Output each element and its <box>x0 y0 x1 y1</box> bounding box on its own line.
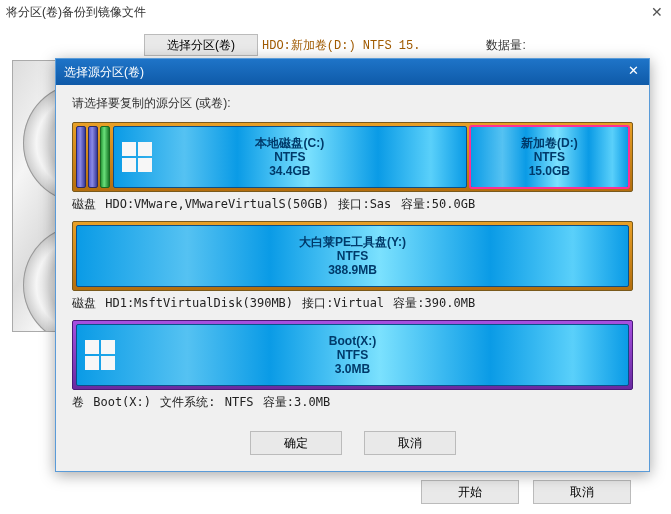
window-title: 将分区(卷)备份到镜像文件 <box>6 4 146 21</box>
ok-button[interactable]: 确定 <box>250 431 342 455</box>
partition-size: 388.9MB <box>328 263 377 277</box>
dialog-cancel-button[interactable]: 取消 <box>364 431 456 455</box>
partition-x[interactable]: Boot(X:) NTFS 3.0MB <box>76 324 629 386</box>
dialog-close-icon[interactable]: ✕ <box>625 64 641 80</box>
partition-y[interactable]: 大白莱PE工具盘(Y:) NTFS 388.9MB <box>76 225 629 287</box>
partition-fs: NTFS <box>337 249 368 263</box>
partition-info: HDO:新加卷(D:) NTFS 15. <box>262 37 420 54</box>
disk-meta: 磁盘 HD1:MsftVirtualDisk(390MB) 接口:Virtual… <box>72 295 633 312</box>
windows-icon <box>85 340 115 370</box>
data-size-label: 数据量: <box>486 37 525 54</box>
disk-group: 本地磁盘(C:) NTFS 34.4GB 新加卷(D:) NTFS 15.0GB… <box>72 122 633 213</box>
cancel-button[interactable]: 取消 <box>533 480 631 504</box>
partition-size: 3.0MB <box>335 362 370 376</box>
partition-fs: NTFS <box>534 150 565 164</box>
dialog-prompt: 请选择要复制的源分区 (或卷): <box>72 95 633 112</box>
select-source-dialog: 选择源分区(卷) ✕ 请选择要复制的源分区 (或卷): 本地磁盘(C:) NTF… <box>55 58 650 472</box>
reserved-stripes <box>76 126 110 188</box>
partition-fs: NTFS <box>274 150 305 164</box>
partition-c[interactable]: 本地磁盘(C:) NTFS 34.4GB <box>113 126 467 188</box>
partition-fs: NTFS <box>337 348 368 362</box>
disk-group: 大白莱PE工具盘(Y:) NTFS 388.9MB 磁盘 HD1:MsftVir… <box>72 221 633 312</box>
disk-group: Boot(X:) NTFS 3.0MB 卷 Boot(X:) 文件系统: NTF… <box>72 320 633 411</box>
partition-size: 34.4GB <box>269 164 310 178</box>
partition-label: 新加卷(D:) <box>521 136 578 150</box>
partition-d[interactable]: 新加卷(D:) NTFS 15.0GB <box>470 126 629 188</box>
disk-meta: 磁盘 HDO:VMware,VMwareVirtualS(50GB) 接口:Sa… <box>72 196 633 213</box>
close-icon[interactable]: ✕ <box>651 4 663 20</box>
dialog-title: 选择源分区(卷) <box>64 64 144 81</box>
partition-label: Boot(X:) <box>329 334 376 348</box>
windows-icon <box>122 142 152 172</box>
select-partition-button[interactable]: 选择分区(卷) <box>144 34 258 56</box>
disk-meta: 卷 Boot(X:) 文件系统: NTFS 容量:3.0MB <box>72 394 633 411</box>
partition-size: 15.0GB <box>529 164 570 178</box>
start-button[interactable]: 开始 <box>421 480 519 504</box>
partition-label: 本地磁盘(C:) <box>255 136 324 150</box>
partition-label: 大白莱PE工具盘(Y:) <box>299 235 406 249</box>
